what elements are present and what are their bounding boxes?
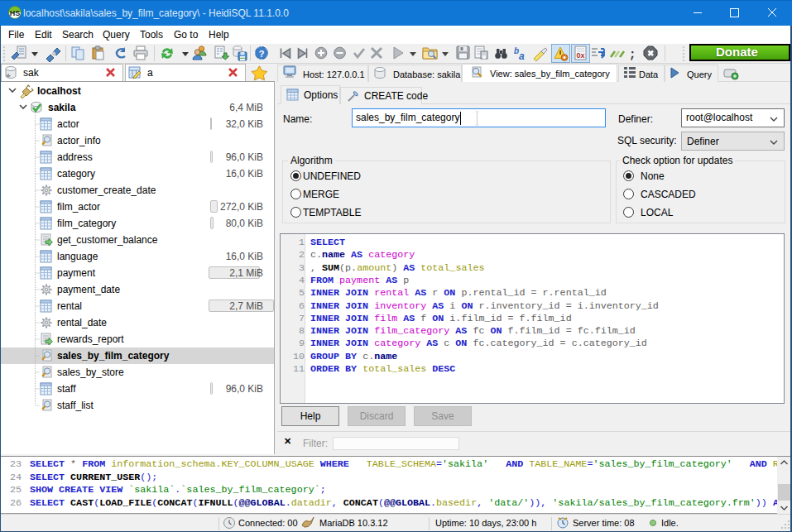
svg-text:a: a xyxy=(519,50,525,62)
svg-text:?: ? xyxy=(259,49,265,59)
svg-text:HS: HS xyxy=(10,9,21,17)
svg-text:0x: 0x xyxy=(576,51,584,60)
svg-text:;: ; xyxy=(629,48,636,61)
